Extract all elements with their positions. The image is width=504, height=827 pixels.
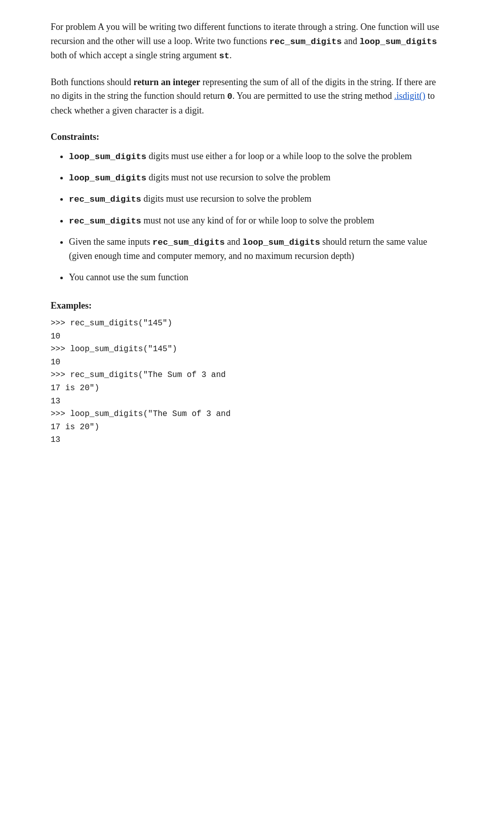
period: .: [229, 50, 232, 60]
list-item: loop_sum_digits digits must use either a…: [69, 149, 446, 164]
constraint-code-1: loop_sum_digits: [69, 152, 146, 162]
constraint-code-2: loop_sum_digits: [69, 173, 146, 183]
constraint-text-3: digits must use recursion to solve the p…: [141, 194, 312, 204]
desc-before: Both functions should: [51, 77, 134, 87]
constraint-code-3: rec_sum_digits: [69, 195, 141, 204]
desc-after2: . You are permitted to use the string me…: [232, 91, 394, 101]
constraints-section: Constraints: loop_sum_digits digits must…: [51, 130, 446, 285]
constraint-code-5a: rec_sum_digits: [152, 238, 225, 247]
examples-section: Examples: >>> rec_sum_digits("145") 10 >…: [51, 299, 446, 447]
both-of-text: both of which accept a single string arg…: [51, 50, 219, 60]
isdigit-link[interactable]: .isdigit(): [394, 91, 425, 101]
list-item: rec_sum_digits digits must use recursion…: [69, 192, 446, 206]
list-item: rec_sum_digits must not use any kind of …: [69, 214, 446, 228]
constraint-text-1: digits must use either a for loop or a w…: [146, 151, 412, 161]
description-paragraph: Both functions should return an integer …: [51, 76, 446, 118]
list-item: loop_sum_digits digits must not use recu…: [69, 171, 446, 185]
constraint-code-4: rec_sum_digits: [69, 216, 141, 226]
zero-value: 0: [227, 92, 232, 101]
return-integer: return an integer: [134, 77, 201, 87]
constraints-heading: Constraints:: [51, 130, 446, 144]
and-text: and: [342, 36, 360, 46]
list-item: You cannot use the sum function: [69, 271, 446, 285]
code-block: >>> rec_sum_digits("145") 10 >>> loop_su…: [51, 317, 446, 447]
constraint-code-5b: loop_sum_digits: [243, 238, 320, 247]
constraint-prefix-5: Given the same inputs: [69, 237, 152, 247]
st-arg: st: [219, 51, 229, 61]
loop-sum-digits-intro: loop_sum_digits: [360, 37, 437, 47]
examples-heading: Examples:: [51, 299, 446, 313]
content-block: For problem A you will be writing two di…: [51, 20, 446, 447]
constraint-text-2: digits must not use recursion to solve t…: [146, 172, 330, 182]
intro-paragraph: For problem A you will be writing two di…: [51, 20, 446, 63]
rec-sum-digits-intro: rec_sum_digits: [269, 37, 342, 47]
constraint-text-6: You cannot use the sum function: [69, 272, 188, 282]
constraints-list: loop_sum_digits digits must use either a…: [51, 149, 446, 285]
constraint-text-4: must not use any kind of for or while lo…: [141, 215, 374, 225]
list-item: Given the same inputs rec_sum_digits and…: [69, 235, 446, 264]
constraint-middle-5: and: [225, 237, 243, 247]
